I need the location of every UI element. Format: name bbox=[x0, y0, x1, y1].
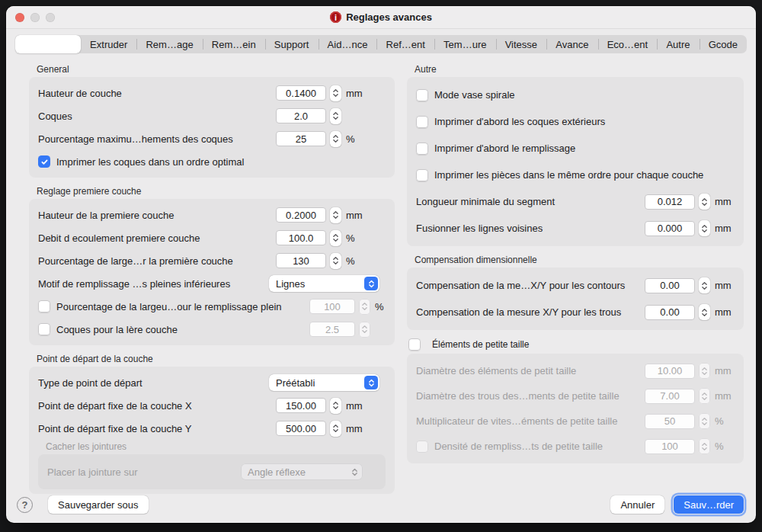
cancel-button[interactable]: Annuler bbox=[610, 495, 664, 514]
dialog-footer: ? Sauvegarder sous Annuler Sauv…rder bbox=[6, 489, 756, 523]
seam-group-title: Cacher les jointures bbox=[46, 441, 386, 452]
setting-label: Multiplicateur de vites…éments de petite… bbox=[416, 415, 617, 427]
stepper-control[interactable] bbox=[330, 398, 341, 414]
save-as-button[interactable]: Sauvegarder sous bbox=[48, 495, 149, 514]
stepper-control[interactable] bbox=[330, 230, 341, 246]
spiral-vase-checkbox[interactable] bbox=[416, 89, 428, 101]
stepper-control bbox=[699, 363, 710, 379]
seam-placement-dropdown: Angle réflexe bbox=[241, 463, 363, 480]
settings-tab-bar: Extruder Rem…age Rem…ein Support Aid…nce… bbox=[15, 35, 747, 53]
setting-row-small-feature-diameter: Diamètre des éléments de petit taille mm bbox=[416, 358, 735, 383]
setting-label: Coques bbox=[38, 111, 72, 122]
unit-label: % bbox=[375, 301, 386, 312]
stepper-control[interactable] bbox=[699, 194, 710, 210]
stepper-control[interactable] bbox=[330, 108, 341, 124]
unit-label: mm bbox=[715, 365, 735, 377]
stepper-control[interactable] bbox=[330, 253, 341, 269]
save-button[interactable]: Sauv…rder bbox=[674, 495, 744, 514]
checkbox-label: Imprimer les coques dans un ordre optima… bbox=[56, 156, 244, 168]
start-y-input[interactable] bbox=[276, 421, 326, 436]
help-icon[interactable]: ? bbox=[17, 497, 33, 513]
window-title: Reglages avances bbox=[346, 11, 432, 23]
tab-vitesse[interactable]: Vitesse bbox=[496, 35, 547, 53]
setting-label: Point de départ fixe de la couche Y bbox=[38, 423, 191, 434]
stepper-control[interactable] bbox=[699, 277, 710, 293]
shells-input[interactable] bbox=[276, 108, 326, 123]
first-layer-shells-checkbox[interactable] bbox=[38, 323, 50, 335]
stepper-control[interactable] bbox=[699, 220, 710, 236]
unit-label: mm bbox=[346, 210, 386, 221]
close-window-button[interactable] bbox=[15, 13, 24, 22]
bottom-pattern-dropdown[interactable]: Lignes bbox=[269, 275, 379, 292]
start-x-input[interactable] bbox=[276, 398, 326, 413]
dropdown-value: Lignes bbox=[276, 278, 305, 290]
tab-gcode[interactable]: Gcode bbox=[700, 35, 748, 53]
setting-label: Placer la jointure sur bbox=[47, 466, 138, 478]
section-compensation: Compensation dimensionnelle Compensation… bbox=[407, 255, 744, 330]
setting-row-start-y: Point de départ fixe de la couche Y mm bbox=[38, 417, 386, 440]
tab-rem-ein[interactable]: Rem…ein bbox=[203, 35, 265, 53]
checkbox-row-infill-first: Imprimer d'abord le remplissage bbox=[416, 135, 735, 162]
section-small-features: Éléments de petite taille Diamètre des é… bbox=[407, 338, 744, 463]
tab-rem-age[interactable]: Rem…age bbox=[136, 35, 202, 53]
section-start-point: Point de départ de la couche Type de poi… bbox=[29, 354, 395, 494]
compensation-contours-input[interactable] bbox=[645, 278, 695, 293]
unit-label: mm bbox=[715, 196, 735, 207]
tab-eco-ent[interactable]: Eco…ent bbox=[598, 35, 658, 53]
stepper-control[interactable] bbox=[330, 421, 341, 437]
unit-label: % bbox=[346, 133, 386, 145]
stepper-control bbox=[699, 388, 710, 404]
layer-height-input[interactable] bbox=[276, 85, 326, 101]
setting-label: Debit d ecoulement premiere couche bbox=[38, 232, 200, 244]
advanced-settings-dialog: i Reglages avances Extruder Rem…age Rem…… bbox=[6, 6, 756, 523]
section-other: Autre Mode vase spirale Imprimer d'abord… bbox=[407, 64, 744, 246]
setting-label: Compensation de la mesure X/Y pour les t… bbox=[416, 306, 621, 318]
stepper-control[interactable] bbox=[330, 85, 341, 101]
stepper-control[interactable] bbox=[699, 304, 710, 320]
tab-selected-blank[interactable] bbox=[15, 35, 81, 53]
checkbox-row-spiral-vase: Mode vase spirale bbox=[416, 82, 735, 108]
first-layer-flow-input[interactable] bbox=[276, 230, 326, 245]
stepper-control[interactable] bbox=[330, 131, 341, 147]
window-controls bbox=[15, 13, 55, 22]
section-title: Éléments de petite taille bbox=[432, 339, 529, 350]
setting-row-start-x: Point de départ fixe de la couche X mm bbox=[38, 394, 386, 417]
dropdown-value: Préétabli bbox=[276, 377, 315, 389]
compensation-holes-input[interactable] bbox=[645, 305, 695, 320]
checkbox-label: Mode vase spirale bbox=[434, 89, 515, 101]
tab-tem-ure[interactable]: Tem…ure bbox=[434, 35, 496, 53]
setting-row-shells: Coques bbox=[38, 104, 386, 127]
start-point-type-dropdown[interactable]: Préétabli bbox=[269, 374, 379, 391]
zoom-window-button[interactable] bbox=[46, 13, 55, 22]
setting-label: Pourcentage maximu…hements des coques bbox=[38, 133, 233, 145]
checkbox-label: Imprimer les pièces dans le même ordre p… bbox=[434, 169, 703, 181]
checkbox-label: Imprimer d'abord les coques extérieurs bbox=[434, 116, 605, 127]
infill-first-checkbox[interactable] bbox=[416, 143, 428, 155]
minimize-window-button[interactable] bbox=[30, 13, 40, 22]
min-segment-input[interactable] bbox=[645, 194, 695, 210]
section-title: General bbox=[37, 64, 395, 75]
first-layer-width-input[interactable] bbox=[276, 253, 326, 268]
outer-shells-first-checkbox[interactable] bbox=[416, 116, 428, 128]
first-layer-height-input[interactable] bbox=[276, 207, 326, 223]
unit-label: % bbox=[715, 415, 735, 427]
tab-ref-ent[interactable]: Ref…ent bbox=[376, 35, 434, 53]
stepper-control bbox=[699, 413, 710, 429]
checkbox-label: Densité de rempliss…ts de petite taille bbox=[434, 441, 603, 452]
checkbox-label: Pourcentage de la largeu…our le rempliss… bbox=[56, 301, 282, 312]
merge-lines-input[interactable] bbox=[645, 221, 695, 236]
solid-fill-width-checkbox[interactable] bbox=[38, 300, 50, 312]
tab-avance[interactable]: Avance bbox=[546, 35, 597, 53]
section-title: Autre bbox=[415, 64, 744, 75]
same-order-checkbox[interactable] bbox=[416, 169, 428, 181]
max-overlap-input[interactable] bbox=[276, 131, 326, 146]
tab-autre[interactable]: Autre bbox=[657, 35, 699, 53]
stepper-control[interactable] bbox=[330, 207, 341, 223]
tab-support[interactable]: Support bbox=[265, 35, 319, 53]
checkbox-label: Coques pour la lère couche bbox=[56, 324, 178, 335]
tab-extruder[interactable]: Extruder bbox=[81, 35, 136, 53]
setting-row-small-feature-speed: Multiplicateur de vites…éments de petite… bbox=[416, 409, 735, 434]
tab-aid-nce[interactable]: Aid…nce bbox=[319, 35, 377, 53]
optimal-order-checkbox[interactable] bbox=[38, 155, 50, 168]
small-features-checkbox[interactable] bbox=[408, 338, 421, 351]
